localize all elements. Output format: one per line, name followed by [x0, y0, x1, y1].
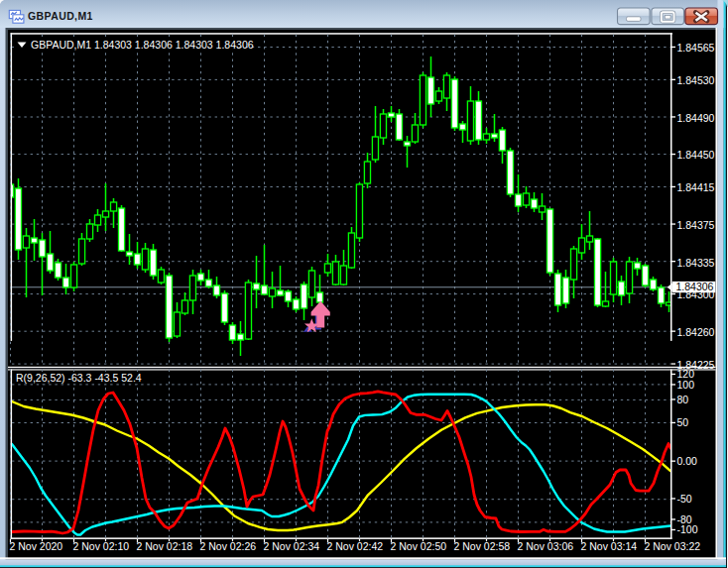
svg-text:1.84415: 1.84415 [677, 181, 715, 193]
svg-text:2 Nov 03:22: 2 Nov 03:22 [645, 540, 701, 552]
svg-text:80: 80 [677, 394, 689, 405]
svg-text:2 Nov 03:14: 2 Nov 03:14 [581, 540, 638, 552]
svg-text:1.84260: 1.84260 [677, 326, 715, 338]
svg-text:1.84335: 1.84335 [677, 257, 715, 269]
svg-text:R(9,26,52) -63.3 -43.5 52.4: R(9,26,52) -63.3 -43.5 52.4 [16, 372, 142, 384]
svg-text:2 Nov 2020: 2 Nov 2020 [10, 540, 63, 552]
svg-text:2 Nov 02:26: 2 Nov 02:26 [200, 540, 257, 552]
svg-text:2 Nov 02:18: 2 Nov 02:18 [137, 540, 193, 552]
svg-text:1.84450: 1.84450 [677, 149, 715, 161]
svg-text:1.84306: 1.84306 [676, 281, 714, 292]
svg-text:2 Nov 02:34: 2 Nov 02:34 [264, 540, 320, 552]
svg-text:2 Nov 02:58: 2 Nov 02:58 [454, 540, 511, 552]
svg-text:2 Nov 02:10: 2 Nov 02:10 [73, 540, 130, 552]
svg-text:100: 100 [677, 379, 695, 391]
svg-text:GBPAUD,M1: GBPAUD,M1 [28, 10, 93, 22]
svg-text:1.84490: 1.84490 [677, 112, 715, 124]
svg-text:2 Nov 03:06: 2 Nov 03:06 [518, 540, 574, 552]
svg-text:1.84565: 1.84565 [677, 42, 715, 54]
svg-text:2 Nov 02:50: 2 Nov 02:50 [391, 540, 447, 552]
svg-text:-100: -100 [677, 523, 698, 535]
svg-text:GBPAUD,M1 1.84303 1.84306 1.8: GBPAUD,M1 1.84303 1.84306 1.84303 1.8430… [31, 39, 254, 51]
svg-text:50: 50 [677, 416, 689, 428]
svg-text:1.84375: 1.84375 [677, 219, 715, 231]
svg-text:-50: -50 [677, 493, 692, 505]
svg-text:2 Nov 02:42: 2 Nov 02:42 [327, 540, 384, 552]
svg-text:0.00: 0.00 [677, 455, 698, 467]
svg-text:1.84530: 1.84530 [677, 74, 715, 86]
